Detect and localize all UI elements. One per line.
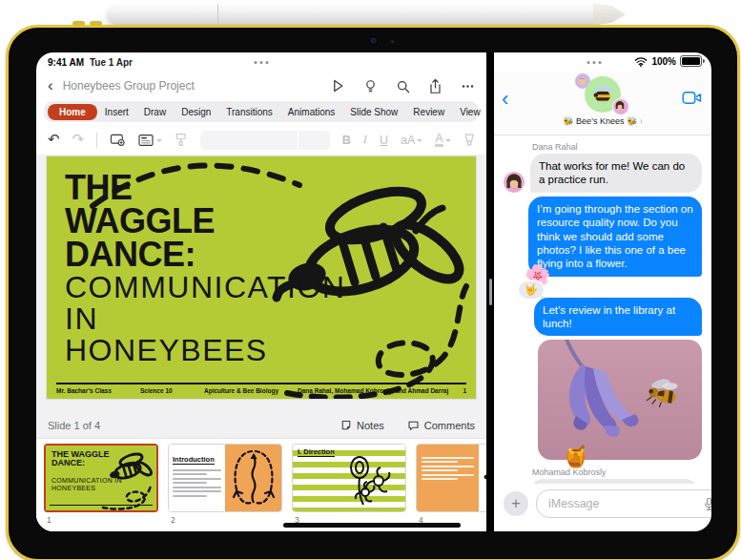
tapback-reaction[interactable]: 🤟 (519, 281, 544, 299)
tab-design[interactable]: Design (174, 104, 218, 120)
dictation-mic-icon[interactable] (704, 497, 711, 511)
layout-icon (137, 134, 154, 147)
outgoing-message-bubble[interactable]: I’m going through the section on resourc… (528, 197, 702, 277)
comment-icon (407, 420, 420, 431)
present-play-icon[interactable] (330, 78, 345, 93)
slide-status-bar: Slide 1 of 4 Notes Comments (36, 413, 486, 439)
direction-circle-icon (479, 445, 486, 512)
honey-pot-sticker[interactable]: 🍯 (563, 446, 588, 467)
document-title[interactable]: Honeybees Group Project (63, 79, 320, 93)
notes-button[interactable]: Notes (340, 420, 384, 431)
thumbnail-slide-1[interactable]: THE WAGGLE DANCE: COMMUNICATION IN HONEY… (44, 444, 158, 512)
thumbnail-number: 1 (47, 515, 158, 525)
split-view-handle[interactable] (489, 279, 492, 305)
message-with-tapback: 🤟 Let’s review in the library at lunch! (534, 298, 702, 339)
slide-1-editor[interactable]: THE WAGGLE DANCE: COMMUNICATION IN HONEY… (47, 156, 476, 399)
battery-icon (680, 55, 702, 67)
slide-canvas[interactable]: THE WAGGLE DANCE: COMMUNICATION IN HONEY… (36, 155, 486, 413)
footer-course: Science 10 (140, 387, 204, 394)
plus-apps-button[interactable]: + (504, 491, 528, 516)
pencil-seam (217, 4, 218, 25)
footer-unit: Apiculture & Bee Biology (204, 387, 298, 394)
toolbar-divider (96, 133, 97, 148)
home-indicator[interactable] (283, 523, 461, 528)
thumb2-title: Introduction (173, 455, 215, 465)
facetime-video-icon[interactable] (682, 91, 702, 109)
highlighter-icon[interactable] (463, 133, 475, 147)
tab-review[interactable]: Review (405, 104, 452, 120)
footer-class: Mr. Bachar’s Class (56, 387, 140, 394)
multitasking-dots-icon[interactable] (255, 61, 269, 64)
footer-authors: Dana Rahal, Mohamad Kobrosly, and Ahmad … (298, 387, 463, 394)
bee-emoji-icon (590, 84, 615, 105)
slide-title-block[interactable]: THE WAGGLE DANCE: COMMUNICATION IN HONEY… (65, 172, 345, 367)
footer-page-number: 1 (463, 387, 466, 394)
slide-footer: Mr. Bachar’s Class Science 10 Apiculture… (56, 383, 466, 394)
multitasking-dots-icon[interactable] (587, 61, 601, 64)
conversation-header: ‹ (494, 72, 711, 135)
italic-button[interactable]: I (363, 133, 367, 147)
back-chevron-icon[interactable]: ‹ (502, 89, 508, 110)
apple-pencil (107, 3, 622, 26)
incoming-message-bubble[interactable]: That works for me! We can do a practice … (530, 154, 702, 193)
text-size-button[interactable]: aA (401, 134, 422, 147)
more-ellipsis-icon[interactable] (461, 79, 475, 93)
tab-home[interactable]: Home (48, 104, 97, 120)
bold-button[interactable]: B (342, 134, 351, 147)
search-icon[interactable] (396, 79, 410, 93)
group-avatar[interactable] (582, 73, 624, 115)
pencil-tip (593, 3, 626, 26)
document-header: ‹ Honeybees Group Project (36, 72, 486, 100)
thumbnail-slide-4[interactable] (416, 444, 486, 512)
tab-animations[interactable]: Animations (280, 104, 342, 120)
subtitle-line: IN (65, 303, 345, 335)
subtitle-line: COMMUNICATION (65, 272, 345, 303)
group-name[interactable]: 🐝 Bee’s Knees 🐝 › (494, 116, 711, 126)
redo-icon[interactable]: ↷ (72, 133, 85, 147)
slide-thumbnail-strip: THE WAGGLE DANCE: COMMUNICATION IN HONEY… (36, 439, 486, 531)
slide-counter: Slide 1 of 4 (48, 420, 100, 431)
format-painter-icon[interactable] (175, 133, 187, 147)
back-chevron-icon[interactable]: ‹ (48, 77, 53, 93)
chevron-down-icon (417, 139, 422, 145)
status-bar-right: 100% (494, 52, 711, 72)
underline-button[interactable]: U (380, 134, 388, 147)
tab-insert[interactable]: Insert (97, 104, 136, 120)
tab-slideshow[interactable]: Slide Show (342, 104, 405, 120)
photo-attachment[interactable]: 🍯 (538, 340, 702, 460)
tab-transitions[interactable]: Transitions (218, 104, 280, 120)
new-slide-icon[interactable] (110, 133, 125, 147)
microphone-dot (391, 40, 394, 43)
status-bar-left: 9:41 AM Tue 1 Apr (36, 52, 486, 72)
outgoing-message-bubble[interactable]: Let’s review in the library at lunch! (534, 298, 702, 337)
date: Tue 1 Apr (90, 57, 133, 68)
split-view-divider (486, 52, 494, 531)
undo-icon[interactable]: ↶ (48, 133, 60, 147)
thumbnail-slide-3[interactable]: I. Direction (292, 444, 406, 512)
tab-draw[interactable]: Draw (136, 104, 174, 120)
front-camera (370, 37, 377, 44)
ideas-lightbulb-icon[interactable] (363, 78, 378, 93)
notes-icon (340, 420, 352, 431)
font-size-box[interactable] (298, 131, 329, 150)
chevron-down-icon (156, 139, 162, 145)
quick-toolbar: ↶ ↷ B I U aA A (36, 125, 486, 155)
sender-label: Dana Rahal (532, 142, 702, 152)
message-input-bar: + (494, 484, 711, 531)
comments-button[interactable]: Comments (407, 420, 475, 431)
waggle-diagram-icon (225, 446, 282, 512)
imessage-field[interactable] (536, 489, 711, 518)
share-icon[interactable] (428, 78, 443, 94)
messages-window: 100% ‹ (494, 52, 711, 531)
font-color-button[interactable]: A (435, 133, 450, 148)
thumbnail-slide-2[interactable]: Introduction (168, 444, 282, 512)
thumb3-title: I. Direction (298, 447, 335, 457)
pencil-body (107, 3, 595, 26)
layout-picker[interactable] (137, 134, 162, 147)
message-input[interactable] (546, 496, 704, 511)
title-line: DANCE: (65, 239, 345, 272)
tab-view[interactable]: View (452, 104, 486, 120)
ribbon-tab-bar: Home Insert Draw Design Transitions Anim… (44, 101, 479, 122)
font-name-box[interactable] (200, 131, 298, 150)
avatar-dana[interactable] (504, 172, 525, 193)
